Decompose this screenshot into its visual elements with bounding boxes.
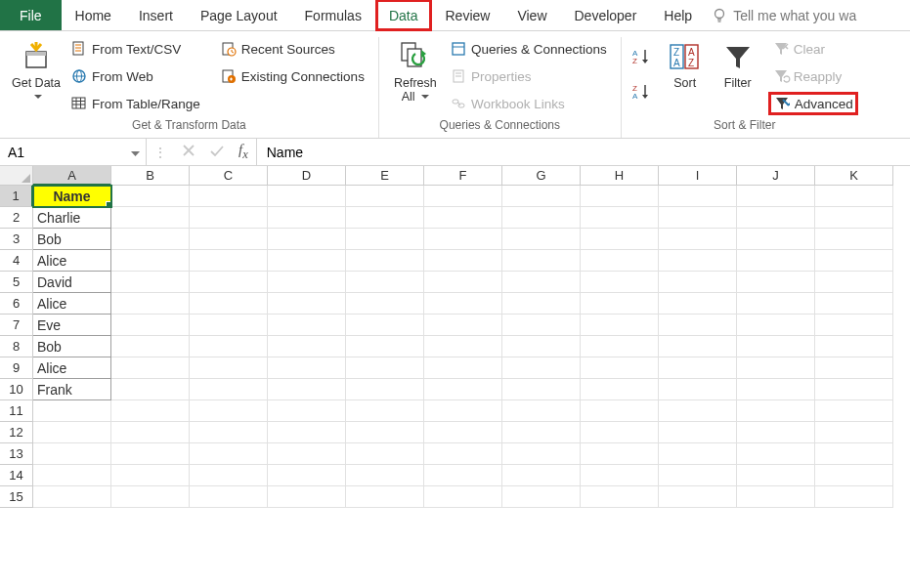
row-header-1[interactable]: 1 — [0, 186, 33, 207]
cell-E3[interactable] — [346, 229, 424, 250]
cell-D1[interactable] — [268, 186, 346, 207]
col-header-E[interactable]: E — [346, 166, 424, 186]
cell-B4[interactable] — [111, 250, 190, 272]
tab-page-layout[interactable]: Page Layout — [187, 0, 291, 30]
cell-J9[interactable] — [737, 357, 815, 379]
col-header-F[interactable]: F — [424, 166, 502, 186]
cell-A1[interactable]: Name — [33, 186, 111, 207]
cell-H13[interactable] — [581, 443, 659, 465]
cell-C13[interactable] — [190, 443, 268, 465]
row-header-14[interactable]: 14 — [0, 465, 33, 486]
cell-B14[interactable] — [111, 465, 190, 486]
row-header-10[interactable]: 10 — [0, 379, 33, 400]
cell-K2[interactable] — [815, 207, 893, 229]
cell-H8[interactable] — [581, 336, 659, 357]
tab-home[interactable]: Home — [62, 0, 125, 30]
cell-G5[interactable] — [502, 272, 581, 293]
row-header-7[interactable]: 7 — [0, 315, 33, 336]
tell-me[interactable]: Tell me what you wa — [706, 0, 856, 30]
col-header-A[interactable]: A — [33, 166, 111, 186]
cell-E1[interactable] — [346, 186, 424, 207]
cell-C10[interactable] — [190, 379, 268, 400]
cell-A3[interactable]: Bob — [33, 229, 111, 250]
cell-I7[interactable] — [659, 315, 737, 336]
row-header-9[interactable]: 9 — [0, 357, 33, 379]
col-header-I[interactable]: I — [659, 166, 737, 186]
cell-I8[interactable] — [659, 336, 737, 357]
row-header-5[interactable]: 5 — [0, 272, 33, 293]
row-header-3[interactable]: 3 — [0, 229, 33, 250]
existing-connections-button[interactable]: Existing Connections — [216, 64, 368, 88]
col-header-H[interactable]: H — [581, 166, 659, 186]
cell-J11[interactable] — [737, 400, 815, 422]
cancel-icon[interactable] — [182, 144, 195, 160]
cell-I12[interactable] — [659, 422, 737, 443]
cell-F3[interactable] — [424, 229, 502, 250]
cell-J5[interactable] — [737, 272, 815, 293]
cell-K8[interactable] — [815, 336, 893, 357]
cell-B6[interactable] — [111, 293, 190, 315]
cell-H6[interactable] — [581, 293, 659, 315]
cell-J7[interactable] — [737, 315, 815, 336]
cell-K11[interactable] — [815, 400, 893, 422]
cell-A2[interactable]: Charlie — [33, 207, 111, 229]
tab-formulas[interactable]: Formulas — [291, 0, 375, 30]
reapply-button[interactable]: Reapply — [768, 64, 858, 88]
get-data-button[interactable]: Get Data — [10, 37, 63, 105]
cell-B9[interactable] — [111, 357, 190, 379]
cell-K1[interactable] — [815, 186, 893, 207]
cell-A9[interactable]: Alice — [33, 357, 111, 379]
cell-D7[interactable] — [268, 315, 346, 336]
cell-G9[interactable] — [502, 357, 581, 379]
cell-D15[interactable] — [268, 486, 346, 508]
cell-J2[interactable] — [737, 207, 815, 229]
cell-D2[interactable] — [268, 207, 346, 229]
cell-K3[interactable] — [815, 229, 893, 250]
cell-H12[interactable] — [581, 422, 659, 443]
cell-A8[interactable]: Bob — [33, 336, 111, 357]
cell-F8[interactable] — [424, 336, 502, 357]
cell-D4[interactable] — [268, 250, 346, 272]
cell-I11[interactable] — [659, 400, 737, 422]
from-web-button[interactable]: From Web — [66, 64, 204, 88]
cell-B2[interactable] — [111, 207, 190, 229]
cell-E7[interactable] — [346, 315, 424, 336]
cell-D13[interactable] — [268, 443, 346, 465]
cell-B3[interactable] — [111, 229, 190, 250]
from-table-range-button[interactable]: From Table/Range — [66, 92, 204, 115]
cell-C14[interactable] — [190, 465, 268, 486]
cell-D6[interactable] — [268, 293, 346, 315]
cell-E15[interactable] — [346, 486, 424, 508]
cell-E6[interactable] — [346, 293, 424, 315]
cell-J13[interactable] — [737, 443, 815, 465]
name-box-dropdown[interactable] — [131, 145, 140, 160]
cell-I4[interactable] — [659, 250, 737, 272]
cell-D11[interactable] — [268, 400, 346, 422]
cell-J12[interactable] — [737, 422, 815, 443]
cell-G6[interactable] — [502, 293, 581, 315]
cell-F4[interactable] — [424, 250, 502, 272]
cell-E12[interactable] — [346, 422, 424, 443]
cell-H11[interactable] — [581, 400, 659, 422]
row-header-2[interactable]: 2 — [0, 207, 33, 229]
row-header-13[interactable]: 13 — [0, 443, 33, 465]
tab-view[interactable]: View — [503, 0, 560, 30]
cell-G11[interactable] — [502, 400, 581, 422]
row-header-15[interactable]: 15 — [0, 486, 33, 508]
insert-function-button[interactable]: fx — [238, 142, 248, 162]
row-header-11[interactable]: 11 — [0, 400, 33, 422]
cell-B15[interactable] — [111, 486, 190, 508]
cell-D9[interactable] — [268, 357, 346, 379]
cell-D5[interactable] — [268, 272, 346, 293]
cell-F2[interactable] — [424, 207, 502, 229]
cell-F1[interactable] — [424, 186, 502, 207]
row-header-8[interactable]: 8 — [0, 336, 33, 357]
cell-D10[interactable] — [268, 379, 346, 400]
col-header-K[interactable]: K — [815, 166, 893, 186]
cell-A15[interactable] — [33, 486, 111, 508]
cell-H15[interactable] — [581, 486, 659, 508]
cell-J14[interactable] — [737, 465, 815, 486]
row-header-6[interactable]: 6 — [0, 293, 33, 315]
cell-K4[interactable] — [815, 250, 893, 272]
sort-desc-button[interactable]: ZA — [631, 80, 653, 104]
